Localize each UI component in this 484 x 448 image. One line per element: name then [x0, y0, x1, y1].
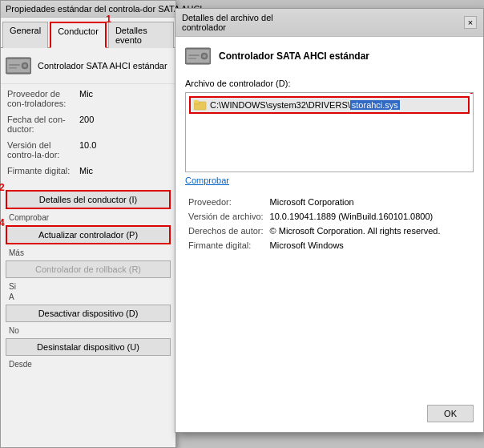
right-device-icon	[185, 45, 211, 67]
badge-1: 1	[106, 14, 111, 25]
folder-icon	[194, 99, 207, 111]
detail-row-proveedor: Proveedor: Microsoft Corporation	[185, 195, 474, 209]
svg-point-9	[203, 54, 206, 58]
left-window-title: Propiedades estándar del controla-dor SA…	[6, 4, 202, 14]
prop-label-version: Versión del contro-la-dor:	[7, 140, 79, 159]
right-title-bar: Detalles del archivo del controlador ×	[175, 9, 483, 37]
svg-rect-11	[188, 58, 196, 59]
desde-label: Desde	[6, 360, 171, 369]
prop-row-version: Versión del contro-la-dor: 10.0	[7, 140, 169, 159]
badge-3: 3	[469, 92, 474, 96]
file-name-text: storahci.sys	[350, 100, 400, 110]
detail-row-firmante: Firmante digital: Microsoft Windows	[185, 238, 474, 252]
detail-row-version: Versión de archivo: 10.0.19041.1889 (Win…	[185, 209, 474, 224]
mas-label: Más	[6, 248, 171, 257]
detail-label-0: Proveedor:	[185, 195, 267, 209]
left-device-name: Controlador SATA AHCI estándar	[38, 61, 167, 71]
right-content: Controlador SATA AHCI estándar Archivo d…	[175, 37, 483, 260]
svg-rect-5	[9, 67, 17, 69]
prop-label-fecha: Fecha del con-ductor:	[7, 115, 79, 134]
badge-2: 2	[0, 182, 5, 193]
right-window-title-container: Detalles del archivo del controlador	[182, 13, 273, 32]
detail-value-0: Microsoft Corporation	[267, 195, 474, 209]
prop-value-fecha: 200	[79, 115, 94, 134]
svg-rect-4	[9, 64, 20, 66]
svg-rect-14	[194, 100, 199, 103]
desinstalar-dispositivo-button[interactable]: Desinstalar dispositivo (U)	[6, 338, 171, 356]
a-label: A	[6, 293, 171, 301]
left-title-bar: Propiedades estándar del controla-dor SA…	[1, 1, 175, 18]
detalles-conductor-button[interactable]: Detalles del conductor (I)	[6, 190, 171, 209]
prop-label-proveedor: Proveedor de con-troladores:	[7, 89, 79, 108]
file-selector-box[interactable]: 3 C:\WINDOWS\system32\DRIVERS\ storahci.…	[185, 92, 474, 172]
svg-rect-10	[188, 54, 200, 56]
right-device-name: Controlador SATA AHCI estándar	[219, 50, 369, 62]
prop-value-firmante: Mic	[79, 166, 93, 176]
detail-label-2: Derechos de autor:	[185, 224, 267, 238]
rollback-controlador-button[interactable]: Controlador de rollback (R)	[6, 260, 171, 278]
actualizar-controlador-button[interactable]: Actualizar controlador (P)	[6, 225, 171, 244]
right-window-title-line2: controlador	[182, 22, 273, 32]
details-table: Proveedor: Microsoft Corporation Versión…	[185, 195, 474, 252]
buttons-section: 2 Detalles del conductor (I) Comprobar 4…	[1, 187, 175, 372]
desactivar-dispositivo-button[interactable]: Desactivar dispositivo (D)	[6, 305, 171, 322]
detail-row-derechos: Derechos de autor: © Microsoft Corporati…	[185, 224, 474, 238]
no-label: No	[6, 326, 171, 335]
prop-value-version: 10.0	[79, 140, 96, 159]
right-window-title-line1: Detalles del archivo del	[182, 13, 273, 22]
check-link[interactable]: Comprobar	[185, 176, 474, 185]
prop-row-firmante: Firmante digital: Mic	[7, 166, 169, 176]
device-section: Controlador SATA AHCI estándar	[1, 48, 175, 84]
detalles-btn-wrapper: 2 Detalles del conductor (I)	[6, 190, 171, 209]
right-window: Detalles del archivo del controlador × C…	[175, 8, 484, 433]
detail-label-3: Firmante digital:	[185, 238, 267, 252]
tab-detalles-evento[interactable]: Detalles evento	[108, 22, 174, 48]
svg-point-3	[23, 64, 26, 67]
detail-label-1: Versión de archivo:	[185, 209, 267, 224]
tab-conductor[interactable]: Conductor 1	[50, 22, 107, 48]
left-window: Propiedades estándar del controla-dor SA…	[0, 0, 176, 448]
tab-general[interactable]: General	[2, 22, 48, 48]
file-path-row: 3 C:\WINDOWS\system32\DRIVERS\ storahci.…	[189, 96, 470, 114]
actualizar-btn-wrapper: 4 Actualizar controlador (P)	[6, 225, 171, 244]
detail-value-2: © Microsoft Corporation. All rights rese…	[267, 224, 474, 238]
prop-row-fecha: Fecha del con-ductor: 200	[7, 115, 169, 134]
file-path-text: C:\WINDOWS\system32\DRIVERS\	[210, 100, 350, 110]
properties-list: Proveedor de con-troladores: Mic Fecha d…	[1, 84, 175, 187]
close-button[interactable]: ×	[464, 16, 477, 29]
prop-row-proveedor: Proveedor de con-troladores: Mic	[7, 89, 169, 108]
detail-value-1: 10.0.19041.1889 (WinBuild.160101.0800)	[267, 209, 474, 224]
comprobar-label: Comprobar	[6, 213, 171, 222]
right-device-row: Controlador SATA AHCI estándar	[185, 45, 474, 67]
prop-label-firmante: Firmante digital:	[7, 166, 79, 176]
file-section-label: Archivo de controlador (D):	[185, 79, 474, 88]
si-label: Si	[6, 282, 171, 291]
device-icon	[6, 54, 31, 77]
tabs-bar: General Conductor 1 Detalles evento	[1, 18, 175, 48]
badge-4: 4	[0, 217, 5, 228]
prop-value-proveedor: Mic	[79, 89, 93, 108]
detail-value-3: Microsoft Windows	[267, 238, 474, 252]
ok-button[interactable]: OK	[427, 405, 474, 422]
